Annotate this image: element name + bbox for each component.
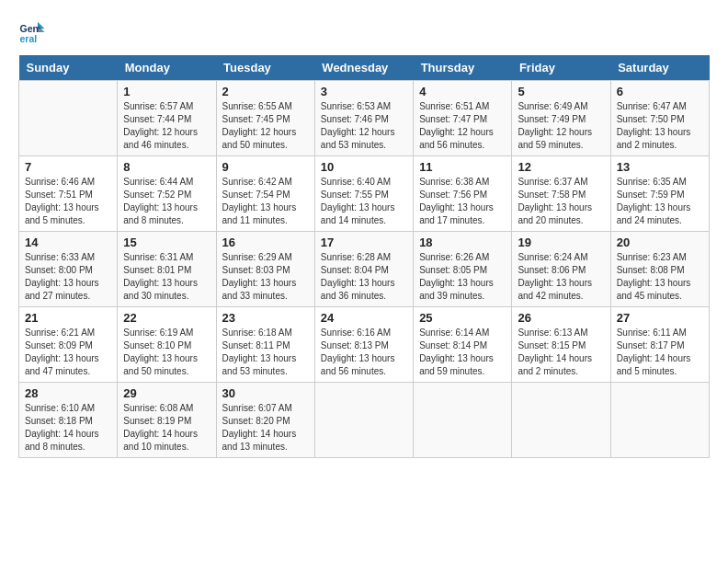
day-info: Sunrise: 6:23 AM Sunset: 8:08 PM Dayligh…	[617, 251, 703, 303]
day-info: Sunrise: 6:16 AM Sunset: 8:13 PM Dayligh…	[321, 327, 407, 378]
day-number: 2	[222, 85, 309, 98]
day-info: Sunrise: 6:38 AM Sunset: 7:56 PM Dayligh…	[419, 176, 506, 227]
day-number: 25	[419, 311, 506, 325]
day-info: Sunrise: 6:08 AM Sunset: 8:19 PM Dayligh…	[123, 402, 210, 454]
day-info: Sunrise: 6:07 AM Sunset: 8:20 PM Dayligh…	[222, 402, 309, 454]
day-number: 11	[419, 160, 506, 174]
day-of-week-header: Sunday	[19, 55, 118, 81]
day-number: 19	[518, 236, 604, 249]
calendar-cell: 7Sunrise: 6:46 AM Sunset: 7:51 PM Daylig…	[19, 156, 118, 232]
calendar-cell: 6Sunrise: 6:47 AM Sunset: 7:50 PM Daylig…	[610, 81, 709, 156]
calendar-cell: 12Sunrise: 6:37 AM Sunset: 7:58 PM Dayli…	[512, 156, 610, 232]
day-number: 1	[123, 85, 210, 98]
calendar-table: SundayMondayTuesdayWednesdayThursdayFrid…	[18, 55, 710, 458]
calendar-cell: 22Sunrise: 6:19 AM Sunset: 8:10 PM Dayli…	[118, 307, 216, 383]
day-number: 21	[25, 311, 111, 325]
day-number: 14	[25, 236, 111, 249]
day-number: 13	[617, 160, 703, 174]
calendar-cell: 11Sunrise: 6:38 AM Sunset: 7:56 PM Dayli…	[414, 156, 512, 232]
table-row: 14Sunrise: 6:33 AM Sunset: 8:00 PM Dayli…	[19, 232, 710, 307]
day-info: Sunrise: 6:11 AM Sunset: 8:17 PM Dayligh…	[617, 327, 703, 378]
calendar-cell: 30Sunrise: 6:07 AM Sunset: 8:20 PM Dayli…	[216, 383, 314, 458]
calendar-cell: 4Sunrise: 6:51 AM Sunset: 7:47 PM Daylig…	[414, 81, 512, 156]
calendar-cell: 27Sunrise: 6:11 AM Sunset: 8:17 PM Dayli…	[610, 307, 709, 383]
day-info: Sunrise: 6:28 AM Sunset: 8:04 PM Dayligh…	[321, 251, 407, 303]
calendar-cell: 16Sunrise: 6:29 AM Sunset: 8:03 PM Dayli…	[216, 232, 314, 307]
day-number: 28	[25, 386, 111, 400]
day-number: 8	[123, 160, 210, 174]
day-info: Sunrise: 6:19 AM Sunset: 8:10 PM Dayligh…	[123, 327, 210, 378]
calendar-cell	[314, 383, 413, 458]
day-number: 17	[321, 236, 407, 249]
svg-text:eral: eral	[20, 33, 38, 44]
calendar-cell	[512, 383, 610, 458]
day-of-week-header: Wednesday	[314, 55, 413, 81]
day-info: Sunrise: 6:21 AM Sunset: 8:09 PM Dayligh…	[25, 327, 111, 378]
day-info: Sunrise: 6:18 AM Sunset: 8:11 PM Dayligh…	[222, 327, 309, 378]
calendar-cell: 15Sunrise: 6:31 AM Sunset: 8:01 PM Dayli…	[118, 232, 216, 307]
day-number: 26	[518, 311, 604, 325]
calendar-cell: 8Sunrise: 6:44 AM Sunset: 7:52 PM Daylig…	[118, 156, 216, 232]
day-info: Sunrise: 6:10 AM Sunset: 8:18 PM Dayligh…	[25, 402, 111, 454]
day-number: 24	[321, 311, 407, 325]
calendar-cell: 23Sunrise: 6:18 AM Sunset: 8:11 PM Dayli…	[216, 307, 314, 383]
calendar-cell: 17Sunrise: 6:28 AM Sunset: 8:04 PM Dayli…	[314, 232, 413, 307]
day-number: 27	[617, 311, 703, 325]
day-number: 15	[123, 236, 210, 249]
day-info: Sunrise: 6:35 AM Sunset: 7:59 PM Dayligh…	[617, 176, 703, 227]
day-info: Sunrise: 6:57 AM Sunset: 7:44 PM Dayligh…	[123, 100, 210, 152]
day-of-week-header: Tuesday	[216, 55, 314, 81]
calendar-cell: 18Sunrise: 6:26 AM Sunset: 8:05 PM Dayli…	[414, 232, 512, 307]
day-of-week-header: Friday	[512, 55, 610, 81]
day-number: 12	[518, 160, 604, 174]
day-info: Sunrise: 6:33 AM Sunset: 8:00 PM Dayligh…	[25, 251, 111, 303]
day-info: Sunrise: 6:29 AM Sunset: 8:03 PM Dayligh…	[222, 251, 309, 303]
table-row: 7Sunrise: 6:46 AM Sunset: 7:51 PM Daylig…	[19, 156, 710, 232]
day-of-week-header: Monday	[118, 55, 216, 81]
day-info: Sunrise: 6:47 AM Sunset: 7:50 PM Dayligh…	[617, 100, 703, 152]
logo: Gen eral	[18, 18, 50, 46]
calendar-cell: 3Sunrise: 6:53 AM Sunset: 7:46 PM Daylig…	[314, 81, 413, 156]
day-number: 18	[419, 236, 506, 249]
day-info: Sunrise: 6:46 AM Sunset: 7:51 PM Dayligh…	[25, 176, 111, 227]
table-row: 1Sunrise: 6:57 AM Sunset: 7:44 PM Daylig…	[19, 81, 710, 156]
calendar-cell: 10Sunrise: 6:40 AM Sunset: 7:55 PM Dayli…	[314, 156, 413, 232]
day-info: Sunrise: 6:42 AM Sunset: 7:54 PM Dayligh…	[222, 176, 309, 227]
day-number: 30	[222, 386, 309, 400]
calendar-cell: 24Sunrise: 6:16 AM Sunset: 8:13 PM Dayli…	[314, 307, 413, 383]
day-info: Sunrise: 6:55 AM Sunset: 7:45 PM Dayligh…	[222, 100, 309, 152]
day-number: 7	[25, 160, 111, 174]
logo-icon: Gen eral	[18, 18, 46, 46]
day-number: 9	[222, 160, 309, 174]
calendar-cell: 14Sunrise: 6:33 AM Sunset: 8:00 PM Dayli…	[19, 232, 118, 307]
day-info: Sunrise: 6:51 AM Sunset: 7:47 PM Dayligh…	[419, 100, 506, 152]
day-info: Sunrise: 6:13 AM Sunset: 8:15 PM Dayligh…	[518, 327, 604, 378]
calendar-cell: 26Sunrise: 6:13 AM Sunset: 8:15 PM Dayli…	[512, 307, 610, 383]
calendar-cell: 21Sunrise: 6:21 AM Sunset: 8:09 PM Dayli…	[19, 307, 118, 383]
day-number: 22	[123, 311, 210, 325]
calendar-cell: 2Sunrise: 6:55 AM Sunset: 7:45 PM Daylig…	[216, 81, 314, 156]
calendar-cell: 5Sunrise: 6:49 AM Sunset: 7:49 PM Daylig…	[512, 81, 610, 156]
day-number: 10	[321, 160, 407, 174]
calendar-cell	[414, 383, 512, 458]
table-row: 28Sunrise: 6:10 AM Sunset: 8:18 PM Dayli…	[19, 383, 710, 458]
calendar-cell: 25Sunrise: 6:14 AM Sunset: 8:14 PM Dayli…	[414, 307, 512, 383]
day-number: 4	[419, 85, 506, 98]
day-number: 23	[222, 311, 309, 325]
day-of-week-header: Thursday	[414, 55, 512, 81]
day-number: 29	[123, 386, 210, 400]
calendar-cell: 19Sunrise: 6:24 AM Sunset: 8:06 PM Dayli…	[512, 232, 610, 307]
calendar-cell: 13Sunrise: 6:35 AM Sunset: 7:59 PM Dayli…	[610, 156, 709, 232]
day-of-week-header: Saturday	[610, 55, 709, 81]
day-info: Sunrise: 6:53 AM Sunset: 7:46 PM Dayligh…	[321, 100, 407, 152]
page-header: Gen eral	[18, 18, 710, 46]
day-info: Sunrise: 6:31 AM Sunset: 8:01 PM Dayligh…	[123, 251, 210, 303]
day-number: 20	[617, 236, 703, 249]
day-info: Sunrise: 6:44 AM Sunset: 7:52 PM Dayligh…	[123, 176, 210, 227]
day-info: Sunrise: 6:26 AM Sunset: 8:05 PM Dayligh…	[419, 251, 506, 303]
calendar-cell: 1Sunrise: 6:57 AM Sunset: 7:44 PM Daylig…	[118, 81, 216, 156]
table-row: 21Sunrise: 6:21 AM Sunset: 8:09 PM Dayli…	[19, 307, 710, 383]
day-number: 6	[617, 85, 703, 98]
day-number: 16	[222, 236, 309, 249]
calendar-cell: 20Sunrise: 6:23 AM Sunset: 8:08 PM Dayli…	[610, 232, 709, 307]
